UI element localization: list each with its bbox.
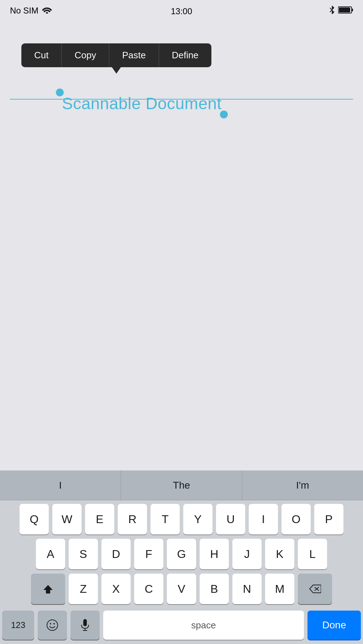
key-j[interactable]: J (232, 539, 262, 569)
underline-bar (10, 99, 353, 100)
key-t[interactable]: T (151, 504, 180, 534)
bottom-row: 123 space Done (0, 611, 363, 644)
key-v[interactable]: V (167, 574, 196, 604)
svg-rect-3 (339, 7, 350, 12)
key-a[interactable]: A (36, 539, 65, 569)
key-k[interactable]: K (265, 539, 294, 569)
context-menu: Cut Copy Paste Define (21, 43, 211, 67)
space-key[interactable]: space (103, 611, 304, 640)
suggestion-im[interactable]: I'm (242, 470, 363, 500)
key-l[interactable]: L (298, 539, 327, 569)
status-left: No SIM (10, 6, 52, 16)
key-i[interactable]: I (249, 504, 278, 534)
key-u[interactable]: U (216, 504, 245, 534)
key-h[interactable]: H (200, 539, 229, 569)
microphone-key[interactable] (70, 611, 100, 640)
key-f[interactable]: F (134, 539, 163, 569)
copy-button[interactable]: Copy (62, 43, 109, 67)
key-o[interactable]: O (282, 504, 311, 534)
carrier-label: No SIM (10, 6, 38, 16)
key-g[interactable]: G (167, 539, 196, 569)
key-q[interactable]: Q (20, 504, 49, 534)
bluetooth-icon (329, 6, 335, 16)
key-m[interactable]: M (265, 574, 294, 604)
suggestion-i[interactable]: I (0, 470, 121, 500)
key-s[interactable]: S (69, 539, 98, 569)
key-c[interactable]: C (134, 574, 163, 604)
emoji-key[interactable] (38, 611, 67, 640)
status-bar: No SIM 13:00 (0, 0, 363, 21)
numbers-key[interactable]: 123 (2, 611, 34, 640)
key-r[interactable]: R (118, 504, 147, 534)
svg-rect-2 (352, 9, 353, 11)
svg-rect-9 (83, 619, 87, 626)
svg-point-0 (46, 12, 48, 14)
key-n[interactable]: N (232, 574, 262, 604)
key-row-2: A S D F G H J K L (2, 539, 361, 569)
key-row-3: Z X C V B N M (2, 574, 361, 604)
keyboard: I The I'm Q W E R T Y U I O P A S D F G … (0, 470, 363, 644)
battery-icon (338, 6, 353, 15)
key-b[interactable]: B (200, 574, 229, 604)
paste-button[interactable]: Paste (109, 43, 159, 67)
status-right (329, 6, 353, 16)
key-w[interactable]: W (52, 504, 81, 534)
key-z[interactable]: Z (69, 574, 98, 604)
svg-point-8 (53, 623, 55, 624)
text-area: Cut Copy Paste Define Scannable Document (0, 21, 363, 171)
key-x[interactable]: X (101, 574, 131, 604)
define-button[interactable]: Define (159, 43, 211, 67)
key-p[interactable]: P (314, 504, 343, 534)
selection-handle-right (220, 111, 228, 118)
wifi-icon (42, 6, 52, 16)
key-e[interactable]: E (85, 504, 114, 534)
status-time: 13:00 (171, 6, 192, 16)
svg-point-6 (47, 620, 58, 630)
done-key[interactable]: Done (307, 611, 361, 640)
keys-area: Q W E R T Y U I O P A S D F G H J K L (0, 500, 363, 611)
shift-key[interactable] (31, 574, 65, 604)
svg-point-7 (50, 623, 51, 624)
cut-button[interactable]: Cut (21, 43, 62, 67)
key-d[interactable]: D (101, 539, 131, 569)
suggestions-bar: I The I'm (0, 470, 363, 500)
selected-text[interactable]: Scannable Document (60, 92, 224, 115)
suggestion-the[interactable]: The (121, 470, 242, 500)
delete-key[interactable] (298, 574, 332, 604)
key-y[interactable]: Y (183, 504, 212, 534)
selected-text-container: Scannable Document (60, 92, 224, 115)
key-row-1: Q W E R T Y U I O P (2, 504, 361, 534)
